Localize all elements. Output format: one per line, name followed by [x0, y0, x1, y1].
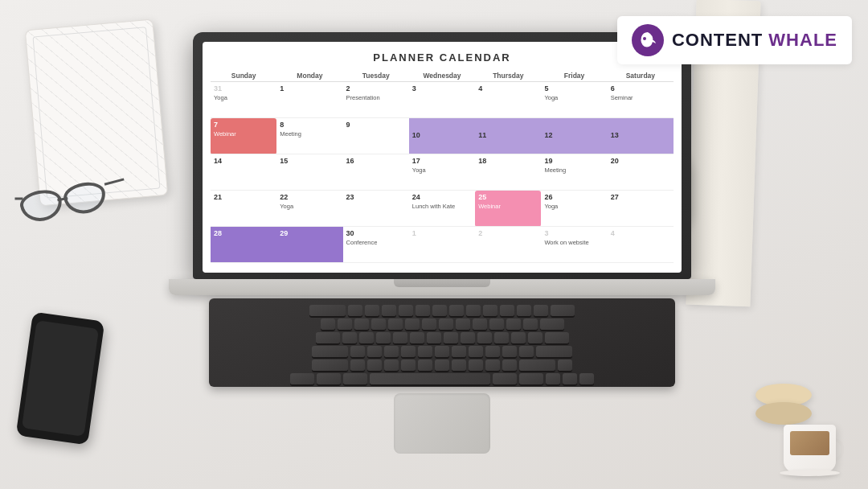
- key-x: [367, 360, 382, 371]
- key-6: [422, 318, 436, 330]
- key-tab: [316, 332, 340, 343]
- key-a: [350, 346, 365, 357]
- day-5: 5 Yoga: [541, 82, 607, 118]
- key-r: [393, 332, 407, 343]
- key-y: [427, 332, 441, 343]
- cup-liquid: [790, 431, 829, 455]
- key-f8: [466, 305, 481, 316]
- key-8: [456, 318, 470, 330]
- brand-logo-icon: [632, 24, 664, 56]
- key-1: [338, 318, 352, 330]
- key-left: [546, 373, 560, 384]
- col-friday: Friday: [541, 70, 607, 82]
- col-tuesday: Tuesday: [343, 70, 409, 82]
- key-row-6: [215, 373, 669, 384]
- day-9: 9: [343, 118, 409, 154]
- day-12-purple: 12: [541, 118, 607, 154]
- key-s: [367, 346, 382, 357]
- key-comma: [469, 360, 483, 371]
- day-31-prev: 31 Yoga: [211, 82, 276, 118]
- day-2: 2 Presentation: [343, 82, 409, 118]
- phone-screen: [22, 320, 99, 437]
- keyboard: [209, 298, 675, 387]
- key-e: [376, 332, 391, 343]
- day-14: 14: [211, 154, 276, 191]
- key-equals: [523, 318, 538, 330]
- day-15: 15: [276, 154, 342, 191]
- key-row-2: [215, 318, 669, 330]
- key-f2: [365, 305, 379, 316]
- day-22: 22 Yoga: [276, 191, 342, 227]
- glasses-arm-right: [104, 178, 125, 185]
- key-u: [444, 332, 458, 343]
- day-16: 16: [343, 154, 409, 191]
- key-n: [435, 360, 449, 371]
- day-4-next: 4: [608, 227, 674, 263]
- key-semi: [502, 346, 517, 357]
- key-ctrl-l: [290, 373, 314, 384]
- day-4: 4: [475, 82, 541, 118]
- laptop: PLANNER CALENDAR Sunday Monday Tuesday W…: [145, 32, 739, 454]
- day-29-purple: 29: [276, 227, 342, 263]
- col-sunday: Sunday: [211, 70, 276, 82]
- day-17: 17 Yoga: [409, 154, 475, 191]
- touchpad: [394, 393, 490, 454]
- key-right: [579, 373, 594, 384]
- key-f7: [449, 305, 464, 316]
- key-down: [563, 373, 577, 384]
- day-18: 18: [475, 154, 541, 191]
- key-lbracket: [511, 332, 526, 343]
- col-saturday: Saturday: [608, 70, 674, 82]
- key-h: [435, 346, 449, 357]
- key-3: [371, 318, 386, 330]
- key-f4: [399, 305, 413, 316]
- key-c: [384, 360, 399, 371]
- key-f: [401, 346, 416, 357]
- key-f5: [416, 305, 430, 316]
- calendar-week-3: 14 15 16 17 Yoga: [211, 154, 674, 191]
- key-f6: [432, 305, 447, 316]
- laptop-base: [169, 279, 715, 295]
- key-shift-r: [519, 360, 555, 371]
- calendar-week-1: 31 Yoga 1 2 Presentation 3: [211, 82, 674, 118]
- key-up: [558, 360, 572, 371]
- key-row-5: [215, 360, 669, 371]
- key-0: [489, 318, 504, 330]
- key-row-3: [215, 332, 669, 343]
- key-2: [354, 318, 369, 330]
- key-f1: [348, 305, 362, 316]
- day-2-next: 2: [475, 227, 541, 263]
- key-backspace: [540, 318, 564, 330]
- key-d: [384, 346, 399, 357]
- cup-saucer: [780, 470, 840, 476]
- key-w: [359, 332, 374, 343]
- key-m: [452, 360, 466, 371]
- day-11-purple: 11: [475, 118, 541, 154]
- key-v: [401, 360, 416, 371]
- brand-header: CONTENT WHALE: [617, 16, 852, 64]
- key-j: [452, 346, 466, 357]
- key-l: [485, 346, 500, 357]
- key-space: [370, 373, 490, 384]
- key-b: [418, 360, 432, 371]
- key-cmd-l: [343, 373, 367, 384]
- day-7-webinar: 7 Webinar: [211, 118, 276, 154]
- key-period: [485, 360, 500, 371]
- day-1-next: 1: [409, 227, 475, 263]
- day-30: 30 Conference: [343, 227, 409, 263]
- key-9: [473, 318, 487, 330]
- svg-point-1: [643, 37, 646, 40]
- day-13-purple: 13: [608, 118, 674, 154]
- day-24: 24 Lunch with Kate: [409, 191, 475, 227]
- key-return2: [536, 346, 572, 357]
- key-del: [551, 305, 575, 316]
- day-19: 19 Meeting: [541, 154, 607, 191]
- key-f9: [483, 305, 497, 316]
- col-monday: Monday: [276, 70, 342, 82]
- glasses-frame-left: [18, 187, 65, 224]
- key-q: [342, 332, 357, 343]
- key-rbracket: [528, 332, 542, 343]
- key-opt-l: [317, 373, 341, 384]
- key-cmd-r: [493, 373, 517, 384]
- coffee-cup: [780, 413, 844, 473]
